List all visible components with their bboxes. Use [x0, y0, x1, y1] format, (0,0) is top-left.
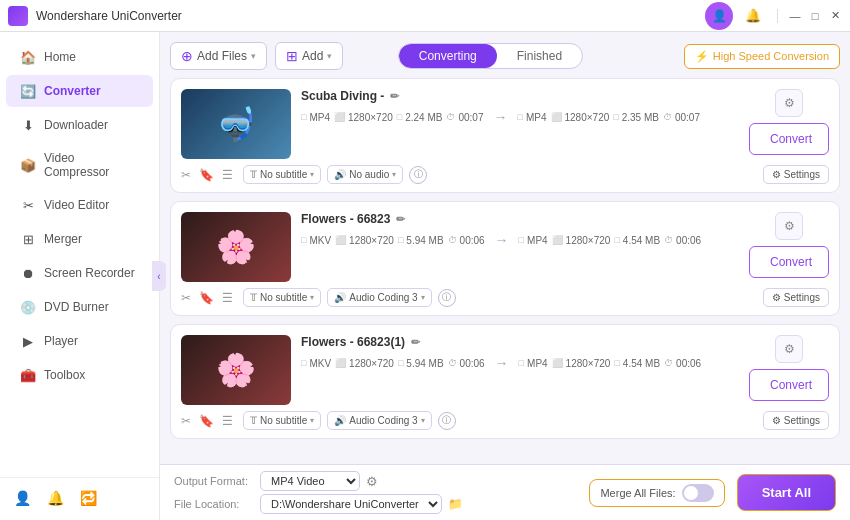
toggle-knob	[684, 486, 698, 500]
add-files-button[interactable]: ⊕ Add Files ▾	[170, 42, 267, 70]
audio-dropdown-2[interactable]: 🔊 Audio Coding 3	[327, 288, 431, 307]
settings-button-3[interactable]: ⚙ Settings	[763, 411, 829, 430]
user-icon[interactable]: 👤	[705, 2, 733, 30]
cut-tool-3[interactable]: ✂	[181, 414, 191, 428]
edit-icon-1[interactable]: ✏	[390, 90, 399, 103]
sidebar-label-converter: Converter	[44, 84, 101, 98]
sidebar-item-screen-recorder[interactable]: ⏺ Screen Recorder	[6, 257, 153, 289]
subtitle-value-1: No subtitle	[260, 169, 307, 180]
sidebar-profile-icon[interactable]: 👤	[14, 490, 31, 506]
subtitle-dropdown-3[interactable]: 𝕋 No subtitle	[243, 411, 321, 430]
start-all-button[interactable]: Start All	[737, 474, 836, 511]
convert-button-3[interactable]: Convert	[749, 369, 829, 401]
sidebar-item-converter[interactable]: 🔄 Converter	[6, 75, 153, 107]
card-info-3: Flowers - 66823(1) ✏ □ MKV ⬜ 1280×720	[301, 335, 739, 371]
file-card-2: 🌸 Flowers - 66823 ✏ □ MKV	[170, 201, 840, 316]
settings-button-1[interactable]: ⚙ Settings	[763, 165, 829, 184]
card-actions-2: ⚙ Convert	[749, 212, 829, 278]
editor-icon: ✂	[20, 197, 36, 213]
subtitle-dropdown-2[interactable]: 𝕋 No subtitle	[243, 288, 321, 307]
high-speed-button[interactable]: ⚡ High Speed Conversion	[684, 44, 840, 69]
tab-finished[interactable]: Finished	[497, 44, 582, 68]
card-bottom-1: ✂ 🔖 ☰ 𝕋 No subtitle 🔊 No audio ⓘ ⚙	[181, 165, 829, 184]
sidebar: 🏠 Home 🔄 Converter ⬇ Downloader 📦 Video …	[0, 32, 160, 520]
cut-tool-2[interactable]: ✂	[181, 291, 191, 305]
output-settings-icon-2[interactable]: ⚙	[775, 212, 803, 240]
close-button[interactable]: ✕	[828, 9, 842, 23]
titlebar: Wondershare UniConverter 👤 🔔 — □ ✕	[0, 0, 850, 32]
info-button-2[interactable]: ⓘ	[438, 289, 456, 307]
menu-tool-1[interactable]: ☰	[222, 168, 233, 182]
merge-toggle[interactable]	[682, 484, 714, 502]
menu-tool-3[interactable]: ☰	[222, 414, 233, 428]
merge-section: Merge All Files:	[589, 479, 724, 507]
add-label: Add	[302, 49, 323, 63]
card-tools-1: ✂ 🔖 ☰	[181, 168, 233, 182]
thumbnail-1: 🤿	[181, 89, 291, 159]
src-duration-1: ⏱ 00:07	[446, 112, 483, 123]
info-button-3[interactable]: ⓘ	[438, 412, 456, 430]
src-res-1: ⬜ 1280×720	[334, 112, 393, 123]
convert-button-1[interactable]: Convert	[749, 123, 829, 155]
card-top-2: 🌸 Flowers - 66823 ✏ □ MKV	[181, 212, 829, 282]
thumbnail-3: 🌸	[181, 335, 291, 405]
thumb-content-1: 🤿	[216, 105, 256, 143]
folder-icon[interactable]: 📁	[448, 497, 463, 511]
maximize-button[interactable]: □	[808, 9, 822, 23]
minimize-button[interactable]: —	[788, 9, 802, 23]
edit-icon-2[interactable]: ✏	[396, 213, 405, 226]
edit-icon-3[interactable]: ✏	[411, 336, 420, 349]
sidebar-refresh-icon[interactable]: 🔁	[80, 490, 97, 506]
main-content: ⊕ Add Files ▾ ⊞ Add ▾ Converting Finishe…	[160, 32, 850, 464]
sidebar-bottom: 👤 🔔 🔁	[0, 477, 159, 512]
subtitle-dropdown-1[interactable]: 𝕋 No subtitle	[243, 165, 321, 184]
settings-icon-3: ⚙	[772, 415, 781, 426]
output-format-gear[interactable]: ⚙	[366, 474, 378, 489]
sidebar-item-home[interactable]: 🏠 Home	[6, 41, 153, 73]
tab-converting[interactable]: Converting	[399, 44, 497, 68]
window-controls: 👤 🔔 — □ ✕	[705, 2, 842, 30]
bottom-bar: Output Format: MP4 Video ⚙ File Location…	[160, 464, 850, 520]
card-bottom-2: ✂ 🔖 ☰ 𝕋 No subtitle 🔊 Audio Coding 3 ⓘ	[181, 288, 829, 307]
settings-button-2[interactable]: ⚙ Settings	[763, 288, 829, 307]
card-info-1: Scuba Diving - ✏ □ MP4 ⬜ 1280×720	[301, 89, 739, 125]
sidebar-item-merger[interactable]: ⊞ Merger	[6, 223, 153, 255]
sidebar-label-home: Home	[44, 50, 76, 64]
audio-dropdown-3[interactable]: 🔊 Audio Coding 3	[327, 411, 431, 430]
sidebar-label-downloader: Downloader	[44, 118, 108, 132]
sidebar-item-dvd-burner[interactable]: 💿 DVD Burner	[6, 291, 153, 323]
file-location-select[interactable]: D:\Wondershare UniConverter	[260, 494, 442, 514]
sidebar-collapse-button[interactable]: ‹	[152, 261, 166, 291]
output-settings-icon-3[interactable]: ⚙	[775, 335, 803, 363]
merger-icon: ⊞	[20, 231, 36, 247]
clip-tool-1[interactable]: 🔖	[199, 168, 214, 182]
bell-icon[interactable]: 🔔	[739, 2, 767, 30]
sidebar-item-player[interactable]: ▶ Player	[6, 325, 153, 357]
add-files-label: Add Files	[197, 49, 247, 63]
dst-duration-1: ⏱ 00:07	[663, 112, 700, 123]
cut-tool-1[interactable]: ✂	[181, 168, 191, 182]
output-settings-icon-1[interactable]: ⚙	[775, 89, 803, 117]
sidebar-label-merger: Merger	[44, 232, 82, 246]
clip-tool-2[interactable]: 🔖	[199, 291, 214, 305]
card-title-2: Flowers - 66823 ✏	[301, 212, 739, 226]
add-button[interactable]: ⊞ Add ▾	[275, 42, 343, 70]
menu-tool-2[interactable]: ☰	[222, 291, 233, 305]
sidebar-item-video-compressor[interactable]: 📦 Video Compressor	[6, 143, 153, 187]
card-top-3: 🌸 Flowers - 66823(1) ✏ □ MKV	[181, 335, 829, 405]
convert-button-2[interactable]: Convert	[749, 246, 829, 278]
output-format-select[interactable]: MP4 Video	[260, 471, 360, 491]
sidebar-item-video-editor[interactable]: ✂ Video Editor	[6, 189, 153, 221]
card-top-1: 🤿 Scuba Diving - ✏ □ MP4	[181, 89, 829, 159]
audio-dropdown-1[interactable]: 🔊 No audio	[327, 165, 403, 184]
settings-icon-2: ⚙	[772, 292, 781, 303]
sidebar-label-compressor: Video Compressor	[44, 151, 139, 179]
sidebar-bell-icon[interactable]: 🔔	[47, 490, 64, 506]
subtitle-icon-1: 𝕋	[250, 169, 257, 180]
clip-tool-3[interactable]: 🔖	[199, 414, 214, 428]
sidebar-item-downloader[interactable]: ⬇ Downloader	[6, 109, 153, 141]
dst-format-1: □ MP4	[518, 112, 547, 123]
sidebar-label-toolbox: Toolbox	[44, 368, 85, 382]
info-button-1[interactable]: ⓘ	[409, 166, 427, 184]
sidebar-item-toolbox[interactable]: 🧰 Toolbox	[6, 359, 153, 391]
